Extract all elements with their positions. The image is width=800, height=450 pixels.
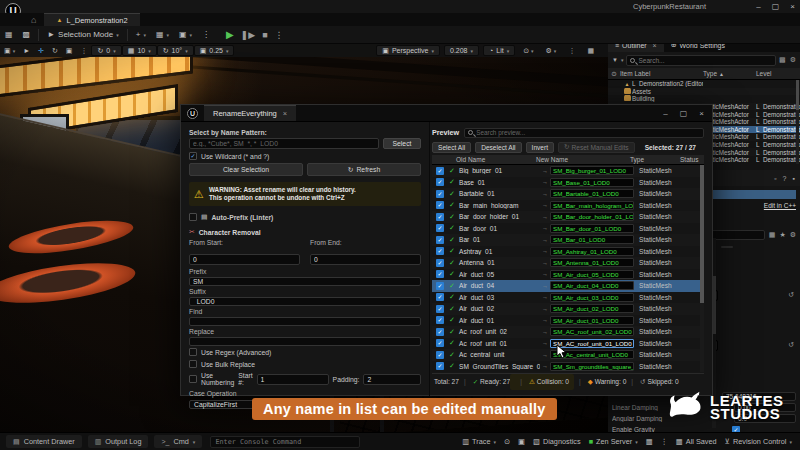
diagnostics-button[interactable]: ▧Diagnostics <box>533 437 581 446</box>
view-mode-dropdown[interactable]: ◔Lit▾ <box>483 45 515 56</box>
table-row[interactable]: ✓ ✓ Ac_central_unit → SM_Ac_central_unit… <box>432 349 704 361</box>
close-tab-icon[interactable]: × <box>283 109 287 118</box>
new-name-input[interactable]: SM_Bar_door_01_LOD0 <box>550 224 634 233</box>
row-checkbox[interactable]: ✓ <box>436 201 444 209</box>
show-flags-button[interactable]: ⊙▾ <box>519 45 537 57</box>
viewport-settings-button[interactable]: ⚙▾ <box>542 45 561 57</box>
prefix-input[interactable] <box>189 277 421 286</box>
frame-skip-button[interactable]: ❚▶ <box>241 30 255 40</box>
move-tool[interactable]: ✛ <box>34 45 48 57</box>
new-name-input[interactable]: SM_Base_01_LOD0 <box>550 178 634 187</box>
col-new-name[interactable]: New Name <box>536 156 630 163</box>
insights-icon[interactable]: ⊙ <box>504 437 510 446</box>
dialog-tab[interactable]: RenameEverything × <box>204 105 296 121</box>
use-bulk-checkbox[interactable] <box>189 360 197 368</box>
output-log-button[interactable]: ▥ Output Log <box>88 435 149 448</box>
row-checkbox[interactable]: ✓ <box>436 328 444 336</box>
new-name-input[interactable]: SM_AC_roof_unit_02_LOD0 <box>550 327 634 336</box>
new-name-input[interactable]: SM_Sm_groundtiles_square_01_b <box>550 362 634 371</box>
cmd-dropdown[interactable]: >_ Cmd ▾ <box>154 435 202 448</box>
toolbar-overflow[interactable]: ⋮ <box>197 28 215 42</box>
all-saved-button[interactable]: ▦All Saved <box>676 437 717 446</box>
stop-button[interactable]: ■ <box>262 30 267 40</box>
table-row[interactable]: ✓ ✓ Ac_roof_unit_01 → SM_AC_roof_unit_01… <box>432 338 704 350</box>
table-row[interactable]: ✓ ✓ Bar_door_holder_01 → SM_Bar_door_hol… <box>432 211 704 223</box>
perspective-dropdown[interactable]: ▣Perspective▾ <box>376 45 440 56</box>
edit-in-cpp-link[interactable]: Edit in C++ <box>764 202 796 211</box>
dialog-titlebar[interactable]: U RenameEverything × – ▢ × <box>181 105 712 122</box>
row-checkbox[interactable]: ✓ <box>436 351 444 359</box>
reset-icon[interactable]: ↺ <box>788 341 794 349</box>
reset-icon[interactable]: ↺ <box>788 291 794 299</box>
lock-icon[interactable]: ▪ <box>793 175 795 182</box>
col-type[interactable]: Type ▲ <box>703 70 756 77</box>
screen-percentage-dropdown[interactable]: 0.208▾ <box>444 45 479 56</box>
table-row[interactable]: ✓ ✓ Ac_roof_unit_02 → SM_AC_roof_unit_02… <box>432 326 704 338</box>
from-start-input[interactable] <box>189 254 300 265</box>
row-checkbox[interactable]: ✓ <box>436 190 444 198</box>
table-row[interactable]: ✓ ✓ Bar_door_01 → SM_Bar_door_01_LOD0 St… <box>432 223 704 235</box>
auto-prefix-checkbox[interactable] <box>189 213 197 221</box>
table-row[interactable]: ✓ ✓ Bar_01 → SM_Bar_01_LOD0 StaticMesh <box>432 234 704 246</box>
new-name-input[interactable]: SM_Bar_01_LOD0 <box>550 235 634 244</box>
details-tab[interactable] <box>721 246 733 248</box>
new-name-input[interactable]: SM_Air_duct_05_LOD0 <box>550 270 634 279</box>
outliner-row[interactable]: Building <box>608 95 800 103</box>
clear-selection-button[interactable]: Clear Selection <box>189 163 303 176</box>
scale-snap-toggle[interactable]: ▣0.25▾ <box>194 45 235 56</box>
outliner-scrollbar[interactable] <box>796 80 799 164</box>
row-checkbox[interactable]: ✓ <box>436 362 444 370</box>
dialog-close-button[interactable]: × <box>699 109 704 118</box>
new-name-input[interactable]: SM_Air_duct_04_LOD0 <box>550 281 634 290</box>
table-row[interactable]: ✓ ✓ Air_duct_03 → SM_Air_duct_03_LOD0 St… <box>432 292 704 304</box>
invert-button[interactable]: Invert <box>526 142 555 153</box>
row-checkbox[interactable]: ✓ <box>436 282 444 290</box>
content-drawer-button[interactable]: ▤ Content Drawer <box>6 435 82 448</box>
maximize-viewport-button[interactable]: ▦ <box>583 45 598 57</box>
help-icon[interactable]: ? <box>783 175 787 182</box>
reset-manual-edits-button[interactable]: ↻ Reset Manual Edits <box>558 142 635 153</box>
details-settings-icon[interactable]: ⚙ <box>790 231 796 239</box>
play-options-kebab[interactable]: ⋮ <box>275 30 284 40</box>
cinematics-button[interactable]: ▣▾ <box>174 28 197 42</box>
row-checkbox[interactable]: ✓ <box>436 224 444 232</box>
blueprints-button[interactable]: ▦▾ <box>151 28 174 42</box>
level-tab[interactable]: ▲ L_Demonstration2 <box>44 13 139 26</box>
save-button[interactable]: ▦ <box>0 28 18 42</box>
maximize-button[interactable]: ▢ <box>772 2 780 11</box>
minimize-button[interactable]: – <box>756 2 760 11</box>
dialog-minimize-button[interactable]: – <box>663 109 667 118</box>
new-name-input[interactable]: SM_Ashtray_01_LOD0 <box>550 247 634 256</box>
row-checkbox[interactable]: ✓ <box>436 316 444 324</box>
col-type[interactable]: Type <box>630 156 680 163</box>
table-row[interactable]: ✓ ✓ Bar_main_hologram → SM_Bar_main_holo… <box>432 200 704 212</box>
suffix-input[interactable] <box>189 297 421 306</box>
use-regex-checkbox[interactable] <box>189 348 197 356</box>
row-checkbox[interactable]: ✓ <box>436 213 444 221</box>
derived-data-icon[interactable]: ▦ <box>646 437 653 446</box>
table-row[interactable]: ✓ ✓ Ashtray_01 → SM_Ashtray_01_LOD0 Stat… <box>432 246 704 258</box>
add-actor-button[interactable]: +▾ <box>131 28 151 42</box>
select-all-button[interactable]: Select All <box>432 142 471 153</box>
row-checkbox[interactable]: ✓ <box>436 178 444 186</box>
rotate-tool[interactable]: ↻ <box>48 45 62 57</box>
new-name-input[interactable]: SM_Bartable_01_LOD0 <box>550 189 634 198</box>
close-button[interactable]: × <box>790 2 795 11</box>
status-kebab[interactable]: ⋮ <box>661 437 668 446</box>
table-row[interactable]: ✓ ✓ SM_GroundTiles_Square_01_B10 → SM_Sm… <box>432 361 704 373</box>
pattern-input[interactable] <box>189 138 379 149</box>
table-row[interactable]: ✓ ✓ Bartable_01 → SM_Bartable_01_LOD0 St… <box>432 188 704 200</box>
trace-dropdown[interactable]: ▥Trace▾ <box>462 437 496 446</box>
grid-icon[interactable]: ▦ <box>769 231 776 239</box>
tool-kebab[interactable]: ⋮ <box>76 45 91 57</box>
find-input[interactable] <box>189 317 421 326</box>
row-checkbox[interactable]: ✓ <box>436 236 444 244</box>
row-checkbox[interactable]: ✓ <box>436 259 444 267</box>
new-folder-icon[interactable]: ▩ <box>779 56 786 64</box>
outliner-row[interactable]: L_Demonstration2 (Editor) <box>608 80 800 88</box>
play-button[interactable]: ▶ <box>226 29 234 40</box>
scale-tool[interactable]: ▣ <box>62 45 77 57</box>
new-name-input[interactable]: SM_Bar_door_holder_01_LOD0 <box>550 212 634 221</box>
new-name-input[interactable]: SM_Air_duct_01_LOD0 <box>550 316 634 325</box>
surface-snap-toggle[interactable]: ↻0▾ <box>91 45 121 56</box>
